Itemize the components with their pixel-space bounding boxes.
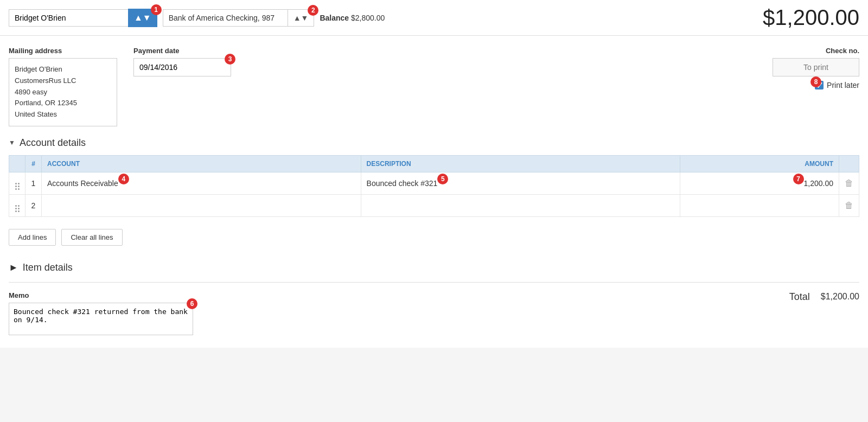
drag-dots-icon bbox=[15, 205, 20, 212]
delete-row-1-button[interactable]: 🗑 bbox=[845, 178, 853, 188]
print-later-label: Print later bbox=[827, 81, 859, 89]
row-account-cell[interactable] bbox=[42, 194, 361, 216]
total-section: Total $1,200.00 bbox=[789, 291, 859, 303]
badge-4: 4 bbox=[118, 174, 129, 184]
row-num: 2 bbox=[25, 194, 42, 216]
col-num: # bbox=[25, 155, 42, 172]
row-account-value: Accounts Receivable bbox=[47, 179, 118, 188]
mailing-address-box: Bridget O'Brien CustomersRus LLC 4890 ea… bbox=[9, 58, 117, 126]
amount-cell-wrapper: 7 1,200.00 bbox=[804, 179, 834, 188]
payee-field-wrapper: 1 ▲▼ bbox=[9, 9, 157, 27]
account-details-header[interactable]: ▼ Account details bbox=[9, 137, 859, 149]
clear-all-lines-button[interactable]: Clear all lines bbox=[61, 229, 122, 246]
col-delete bbox=[839, 155, 859, 172]
row-amount-value: 1,200.00 bbox=[804, 179, 834, 188]
action-buttons-row: Add lines Clear all lines bbox=[9, 223, 859, 251]
drag-handle[interactable] bbox=[9, 194, 25, 216]
payee-input[interactable] bbox=[9, 9, 128, 27]
badge-1: 1 bbox=[151, 4, 162, 15]
badge-7: 7 bbox=[793, 174, 804, 184]
item-details-title: Item details bbox=[23, 262, 73, 273]
table-row: 1 Accounts Receivable 4 Bounced check #3… bbox=[9, 172, 859, 194]
mailing-address-label: Mailing address bbox=[9, 47, 117, 55]
payment-date-input[interactable] bbox=[133, 58, 231, 76]
badge-6: 6 bbox=[187, 298, 197, 309]
bank-field-wrapper: Bank of America Checking, 987 2 ▲▼ bbox=[163, 9, 315, 27]
row-delete-cell: 🗑 bbox=[839, 194, 859, 216]
check-no-group: Check no. 8 Print later bbox=[773, 47, 859, 89]
balance-display: Balance $2,800.00 bbox=[320, 14, 385, 22]
account-details-arrow: ▼ bbox=[9, 139, 15, 146]
memo-wrapper: Bounced check #321 returned from the ban… bbox=[9, 303, 193, 337]
account-cell-wrapper: Accounts Receivable 4 bbox=[47, 179, 118, 188]
address-line-4: Portland, OR 12345 bbox=[15, 98, 111, 109]
badge-8: 8 bbox=[810, 76, 821, 87]
check-no-label: Check no. bbox=[773, 47, 859, 55]
bottom-row: Memo Bounced check #321 returned from th… bbox=[9, 282, 859, 337]
badge-3: 3 bbox=[225, 54, 235, 65]
badge-2: 2 bbox=[308, 5, 318, 16]
row-description-value: Bounced check #321 bbox=[367, 179, 438, 188]
top-bar: 1 ▲▼ Bank of America Checking, 987 2 ▲▼ … bbox=[0, 0, 868, 36]
table-header-row: # ACCOUNT DESCRIPTION AMOUNT bbox=[9, 155, 859, 172]
row-amount-cell: 7 1,200.00 bbox=[680, 172, 839, 194]
main-content: Mailing address Bridget O'Brien Customer… bbox=[0, 36, 868, 348]
header-total-amount: $1,200.00 bbox=[763, 5, 859, 30]
form-top-row: Mailing address Bridget O'Brien Customer… bbox=[9, 47, 859, 126]
address-line-2: CustomersRus LLC bbox=[15, 75, 111, 87]
item-details-header[interactable]: ► Item details bbox=[9, 262, 859, 273]
memo-label: Memo bbox=[9, 291, 778, 299]
badge-5: 5 bbox=[437, 174, 448, 184]
print-later-checkbox-wrapper: 8 bbox=[815, 81, 824, 89]
print-later-row: 8 Print later bbox=[773, 81, 859, 89]
account-details-title: Account details bbox=[20, 137, 86, 149]
col-account: ACCOUNT bbox=[42, 155, 361, 172]
row-description-cell: Bounced check #321 5 bbox=[361, 172, 680, 194]
row-amount-cell[interactable] bbox=[680, 194, 839, 216]
drag-dots-icon bbox=[15, 183, 20, 190]
bank-account-display: Bank of America Checking, 987 bbox=[163, 9, 288, 27]
item-details-arrow: ► bbox=[9, 262, 18, 273]
row-num: 1 bbox=[25, 172, 42, 194]
check-no-input[interactable] bbox=[773, 58, 859, 76]
memo-textarea[interactable]: Bounced check #321 returned from the ban… bbox=[9, 303, 193, 335]
address-line-1: Bridget O'Brien bbox=[15, 64, 111, 75]
add-lines-button[interactable]: Add lines bbox=[9, 229, 56, 246]
total-amount: $1,200.00 bbox=[821, 292, 859, 302]
total-label: Total bbox=[789, 291, 810, 303]
row-description-cell[interactable] bbox=[361, 194, 680, 216]
col-description: DESCRIPTION bbox=[361, 155, 680, 172]
mailing-address-group: Mailing address Bridget O'Brien Customer… bbox=[9, 47, 117, 126]
address-line-5: United States bbox=[15, 109, 111, 120]
description-cell-wrapper: Bounced check #321 5 bbox=[367, 179, 438, 188]
table-row: 2 🗑 bbox=[9, 194, 859, 216]
balance-label: Balance bbox=[320, 14, 349, 22]
date-input-wrapper: 3 bbox=[133, 58, 231, 76]
row-delete-cell: 🗑 bbox=[839, 172, 859, 194]
col-amount: AMOUNT bbox=[680, 155, 839, 172]
delete-row-2-button[interactable]: 🗑 bbox=[845, 201, 853, 210]
col-drag bbox=[9, 155, 25, 172]
drag-handle[interactable] bbox=[9, 172, 25, 194]
payment-date-group: Payment date 3 bbox=[133, 47, 231, 76]
memo-group: Memo Bounced check #321 returned from th… bbox=[9, 291, 778, 337]
account-details-table: # ACCOUNT DESCRIPTION AMOUNT 1 bbox=[9, 155, 859, 217]
address-line-3: 4890 easy bbox=[15, 87, 111, 98]
payment-date-label: Payment date bbox=[133, 47, 231, 55]
balance-amount: $2,800.00 bbox=[351, 14, 385, 22]
row-account-cell: Accounts Receivable 4 bbox=[42, 172, 361, 194]
